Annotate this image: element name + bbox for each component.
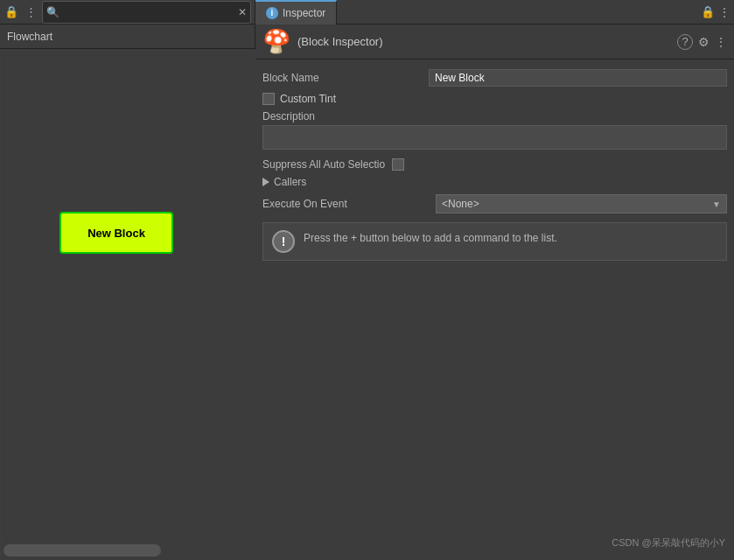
left-panel: 🔒 ⋮ 🔍 ✕ Flowchart New Block	[0, 0, 255, 560]
custom-tint-label: Custom Tint	[280, 93, 336, 105]
lock-icon[interactable]: 🔒	[3, 4, 19, 20]
info-circle-icon: !	[272, 230, 295, 253]
horizontal-scrollbar[interactable]	[3, 544, 161, 556]
custom-tint-checkbox[interactable]	[262, 93, 275, 105]
tab-more-icon[interactable]: ⋮	[718, 5, 731, 19]
inspector-right-icons: ? ⚙ ⋮	[677, 34, 727, 50]
callers-expand-icon	[262, 178, 269, 186]
block-node-label: New Block	[87, 227, 145, 240]
tab-lock-icon[interactable]: 🔒	[701, 5, 715, 18]
watermark: CSDN @呆呆敲代码的小Y	[612, 536, 725, 550]
flowchart-label: Flowchart	[0, 24, 255, 49]
search-close-icon[interactable]: ✕	[238, 6, 247, 18]
search-bar[interactable]: 🔍 ✕	[42, 1, 251, 24]
settings-icon[interactable]: ⚙	[698, 35, 710, 49]
tab-info-icon: i	[266, 7, 278, 19]
inspector-header: 🍄 (Block Inspector) ? ⚙ ⋮	[255, 24, 734, 60]
inspector-content: Block Name Custom Tint Description Suppr…	[255, 60, 734, 560]
dropdown-arrow-icon: ▼	[712, 200, 721, 209]
custom-tint-row: Custom Tint	[255, 89, 734, 108]
suppress-label: Suppress All Auto Selectio	[262, 158, 385, 171]
left-toolbar: 🔒 ⋮ 🔍 ✕	[0, 0, 255, 24]
canvas-area[interactable]: New Block	[0, 50, 255, 560]
block-name-row: Block Name	[255, 66, 734, 89]
execute-event-row: Execute On Event <None> ▼	[255, 191, 734, 217]
inspector-tab-label: Inspector	[283, 7, 325, 19]
suppress-checkbox[interactable]	[392, 158, 404, 171]
more-options-icon[interactable]: ⋮	[715, 35, 727, 49]
callers-label: Callers	[274, 176, 306, 188]
suppress-row: Suppress All Auto Selectio	[255, 156, 734, 173]
inspector-tab[interactable]: i Inspector	[255, 0, 337, 24]
right-panel: i Inspector 🔒 ⋮ 🍄 (Block Inspector) ? ⚙ …	[255, 0, 734, 560]
callers-row[interactable]: Callers	[255, 173, 734, 191]
block-inspector-title: (Block Inspector)	[297, 35, 383, 48]
block-name-input[interactable]	[429, 69, 727, 87]
grid-background	[0, 50, 255, 560]
inspector-tab-bar: i Inspector 🔒 ⋮	[255, 0, 734, 24]
description-input[interactable]	[262, 125, 727, 150]
search-input[interactable]	[62, 7, 238, 18]
mushroom-icon: 🍄	[262, 28, 290, 56]
execute-event-value: <None>	[442, 198, 479, 210]
execute-event-label: Execute On Event	[262, 198, 429, 210]
block-name-label: Block Name	[262, 72, 429, 84]
description-row: Description	[255, 108, 734, 156]
block-node[interactable]: New Block	[59, 212, 173, 254]
execute-event-dropdown[interactable]: <None> ▼	[436, 194, 727, 214]
more-icon[interactable]: ⋮	[23, 4, 38, 20]
search-magnifier-icon: 🔍	[46, 6, 59, 18]
info-message-text: Press the + button below to add a comman…	[304, 230, 557, 246]
info-box: ! Press the + button below to add a comm…	[262, 222, 727, 261]
help-icon[interactable]: ?	[677, 34, 693, 50]
description-label: Description	[262, 110, 727, 122]
tab-right-icons: 🔒 ⋮	[701, 5, 731, 19]
svg-rect-0	[0, 50, 255, 560]
